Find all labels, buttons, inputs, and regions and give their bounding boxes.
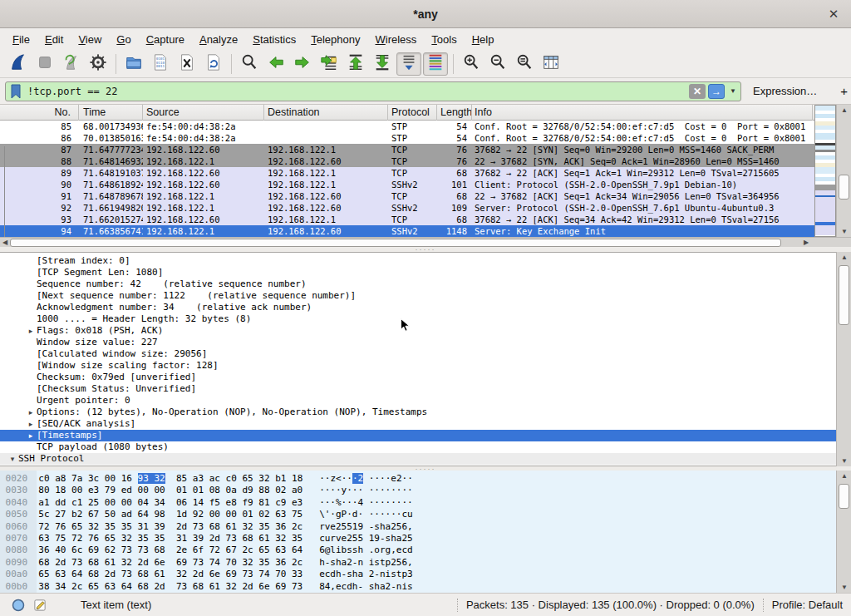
scroll-up-icon[interactable]: ▲ <box>837 252 851 263</box>
save-file-button[interactable]: 010101100011 <box>148 52 173 76</box>
find-packet-button[interactable] <box>237 52 262 76</box>
add-filter-button[interactable]: + <box>834 84 851 98</box>
close-icon[interactable]: ✕ <box>826 7 841 22</box>
capture-options-button[interactable] <box>86 52 111 76</box>
scroll-down-icon[interactable]: ▼ <box>837 456 851 466</box>
packet-list-vertical-scrollbar[interactable]: ▲ ▼ <box>836 105 851 237</box>
collapsed-arrow-icon[interactable]: ▸ <box>25 430 37 441</box>
scroll-up-icon[interactable]: ▲ <box>837 471 851 481</box>
scrollbar-thumb[interactable] <box>839 265 849 325</box>
reload-file-button[interactable] <box>201 52 226 76</box>
detail-line[interactable]: [Next sequence number: 1122 (relative se… <box>0 290 836 302</box>
packet-row-89[interactable]: 8971.648191037192.168.122.60192.168.122.… <box>0 167 814 179</box>
zoom-in-button[interactable] <box>459 52 484 76</box>
packet-row-86[interactable]: 8670.013850163fe:54:00:d4:38:2aSTP54Conf… <box>0 132 814 144</box>
hex-row-0060[interactable]: 0060 72 76 65 32 35 35 31 39 2d 73 68 61… <box>0 521 836 533</box>
menu-capture[interactable]: Capture <box>139 31 192 48</box>
detail-line[interactable]: Sequence number: 42 (relative sequence n… <box>0 278 836 290</box>
scroll-down-icon[interactable]: ▼ <box>837 226 851 237</box>
menu-edit[interactable]: Edit <box>37 31 71 48</box>
scrollbar-thumb[interactable] <box>839 484 849 509</box>
stop-capture-button[interactable] <box>32 52 57 76</box>
hex-row-0070[interactable]: 0070 63 75 72 76 65 32 35 35 31 39 2d 73… <box>0 533 836 545</box>
scrollbar-thumb[interactable] <box>10 239 781 247</box>
title-bar[interactable]: *any ✕ <box>0 0 851 28</box>
detail-line[interactable]: [Checksum Status: Unverified] <box>0 383 836 395</box>
scroll-up-icon[interactable]: ▲ <box>837 105 851 116</box>
collapsed-arrow-icon[interactable]: ▸ <box>25 418 37 430</box>
detail-line[interactable]: Checksum: 0x79ed [unverified] <box>0 372 836 383</box>
menu-tools[interactable]: Tools <box>424 31 464 48</box>
detail-line[interactable]: ▾SSH Protocol <box>0 453 836 465</box>
packet-row-93[interactable]: 9371.662015274192.168.122.60192.168.122.… <box>0 214 814 225</box>
expanded-arrow-icon[interactable]: ▾ <box>7 453 18 465</box>
detail-line[interactable]: [Stream index: 0] <box>0 255 836 267</box>
column-header-no[interactable]: No. <box>0 105 79 121</box>
zoom-original-button[interactable] <box>512 52 537 76</box>
packet-row-85[interactable]: 8568.001734936fe:54:00:d4:38:2aSTP54Conf… <box>0 121 814 132</box>
menu-view[interactable]: View <box>71 31 109 48</box>
packet-row-94[interactable]: 9471.663856741192.168.122.1192.168.122.6… <box>0 225 814 237</box>
packet-row-91[interactable]: 9171.648789678192.168.122.1192.168.122.6… <box>0 190 814 202</box>
menu-wireless[interactable]: Wireless <box>368 31 425 48</box>
auto-scroll-button[interactable] <box>396 52 421 76</box>
packet-row-90[interactable]: 9071.648618924192.168.122.60192.168.122.… <box>0 179 814 190</box>
display-filter-input[interactable] <box>22 83 689 100</box>
detail-line[interactable]: ▸Options: (12 bytes), No-Operation (NOP)… <box>0 407 836 418</box>
display-filter-box[interactable]: ✕ → ▼ <box>5 81 741 101</box>
zoom-out-button[interactable] <box>485 52 510 76</box>
column-header-destination[interactable]: Destination <box>264 105 388 121</box>
go-to-top-button[interactable] <box>343 52 368 76</box>
detail-line[interactable]: Window size value: 227 <box>0 337 836 348</box>
close-file-button[interactable] <box>175 52 199 76</box>
hex-row-0090[interactable]: 0090 68 2d 73 68 61 32 2d 6e 69 73 74 70… <box>0 557 836 569</box>
hex-row-0040[interactable]: 0040 a1 dd c1 25 00 00 04 34 06 14 f5 e8… <box>0 497 836 509</box>
go-to-packet-button[interactable] <box>317 52 342 76</box>
resize-columns-button[interactable] <box>539 52 563 76</box>
scroll-down-icon[interactable]: ▼ <box>837 582 851 593</box>
detail-line[interactable]: Acknowledgment number: 34 (relative ack … <box>0 302 836 313</box>
detail-line[interactable]: [TCP Segment Len: 1080] <box>0 267 836 278</box>
status-profile[interactable]: Profile: Default <box>772 599 843 611</box>
collapsed-arrow-icon[interactable]: ▸ <box>25 407 37 418</box>
scrollbar-thumb[interactable] <box>839 175 849 200</box>
filter-dropdown-caret-icon[interactable]: ▼ <box>727 84 739 99</box>
detail-line[interactable]: 1000 .... = Header Length: 32 bytes (8) <box>0 313 836 325</box>
menu-analyze[interactable]: Analyze <box>192 31 245 48</box>
hex-row-00b0[interactable]: 00b0 38 34 2c 65 63 64 68 2d 73 68 61 32… <box>0 581 836 593</box>
expert-info-icon[interactable] <box>12 599 25 612</box>
start-capture-button[interactable] <box>6 52 31 76</box>
menu-go[interactable]: Go <box>109 31 138 48</box>
expression-button[interactable]: Expression… <box>753 85 817 97</box>
open-file-button[interactable] <box>121 52 146 76</box>
detail-line[interactable]: [Window size scaling factor: 128] <box>0 360 836 372</box>
filter-clear-icon[interactable]: ✕ <box>689 84 706 99</box>
detail-line[interactable]: TCP payload (1080 bytes) <box>0 441 836 453</box>
hex-row-0080[interactable]: 0080 36 40 6c 69 62 73 73 68 2e 6f 72 67… <box>0 545 836 556</box>
intelligent-scrollbar-minimap[interactable] <box>814 105 836 237</box>
menu-statistics[interactable]: Statistics <box>245 31 303 48</box>
menu-help[interactable]: Help <box>465 31 502 48</box>
restart-capture-button[interactable] <box>59 52 84 76</box>
bytes-vertical-scrollbar[interactable]: ▲ ▼ <box>836 471 851 593</box>
menu-file[interactable]: File <box>5 31 37 48</box>
detail-line[interactable]: ▸[SEQ/ACK analysis] <box>0 418 836 430</box>
collapsed-arrow-icon[interactable]: ▸ <box>25 325 37 337</box>
detail-line[interactable]: Urgent pointer: 0 <box>0 395 836 407</box>
hex-row-00a0[interactable]: 00a0 65 63 64 68 2d 73 68 61 32 2d 6e 69… <box>0 569 836 580</box>
packet-row-88[interactable]: 8871.648146932192.168.122.1192.168.122.6… <box>0 155 814 167</box>
packet-list-horizontal-scrollbar[interactable]: ◀ ▶ <box>0 237 811 247</box>
column-header-protocol[interactable]: Protocol <box>388 105 437 121</box>
packet-row-92[interactable]: 9271.661949820192.168.122.1192.168.122.6… <box>0 202 814 214</box>
column-header-source[interactable]: Source <box>143 105 264 121</box>
detail-line[interactable]: ▸[Timestamps] <box>0 430 836 441</box>
hex-row-0020[interactable]: 0020 c0 a8 7a 3c 00 16 93 32 85 a3 ac c0… <box>0 473 836 485</box>
hex-row-0030[interactable]: 0030 80 18 00 e3 79 ed 00 00 01 01 08 0a… <box>0 485 836 496</box>
go-to-bottom-button[interactable] <box>370 52 395 76</box>
go-back-button[interactable] <box>263 52 288 76</box>
capture-comment-icon[interactable] <box>33 598 47 612</box>
menu-telephony[interactable]: Telephony <box>303 31 367 48</box>
column-header-time[interactable]: Time <box>79 105 143 121</box>
column-header-info[interactable]: Info <box>472 105 813 121</box>
go-forward-button[interactable] <box>290 52 315 76</box>
